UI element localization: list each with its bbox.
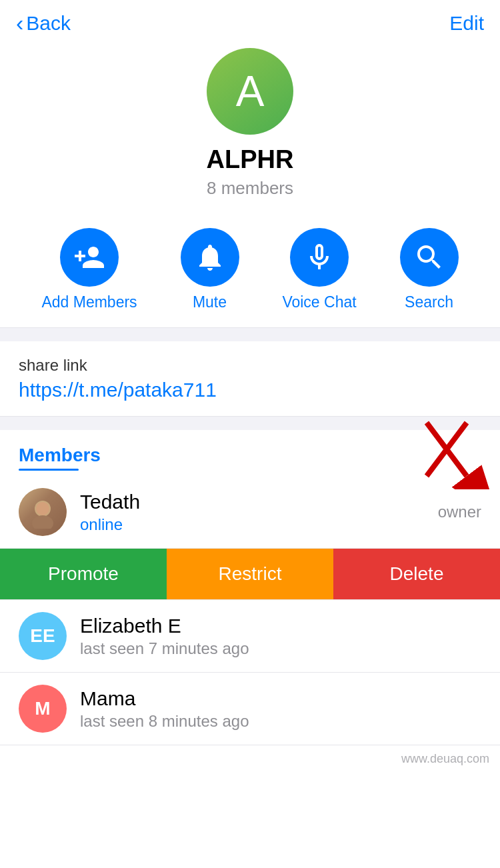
share-link-label: share link xyxy=(19,356,481,375)
group-avatar: A xyxy=(207,48,293,135)
swipe-actions: Promote Restrict Delete xyxy=(0,549,500,600)
add-members-label: Add Members xyxy=(41,293,137,311)
member-row-tedath[interactable]: Tedath online owner xyxy=(0,476,500,549)
avatar-initial: A xyxy=(236,67,265,116)
member-row-elizabeth[interactable]: EE Elizabeth E last seen 7 minutes ago xyxy=(0,600,500,673)
mute-icon-circle xyxy=(181,228,239,287)
microphone-icon xyxy=(303,241,335,273)
chevron-left-icon: ‹ xyxy=(16,11,23,34)
elizabeth-name: Elizabeth E xyxy=(80,615,481,637)
mama-name: Mama xyxy=(80,687,481,710)
add-members-icon-circle xyxy=(60,228,119,287)
tedath-status: online xyxy=(80,515,438,534)
mama-avatar: M xyxy=(19,685,67,733)
search-action[interactable]: Search xyxy=(400,228,459,311)
share-link-section: share link https://t.me/pataka711 xyxy=(0,341,500,417)
tedath-info: Tedath online xyxy=(80,491,438,534)
nav-bar: ‹ Back Edit xyxy=(0,0,500,41)
member-count: 8 members xyxy=(207,178,293,199)
svg-point-4 xyxy=(32,515,53,529)
search-label: Search xyxy=(405,293,453,311)
search-icon xyxy=(413,241,445,273)
member-row-mama[interactable]: M Mama last seen 8 minutes ago xyxy=(0,673,500,745)
profile-section: A ALPHR 8 members xyxy=(0,41,500,215)
voice-chat-icon-circle xyxy=(290,228,349,287)
search-icon-circle xyxy=(400,228,459,287)
members-underline xyxy=(19,469,79,471)
promote-button[interactable]: Promote xyxy=(0,549,167,599)
edit-button[interactable]: Edit xyxy=(449,12,484,35)
actions-row: Add Members Mute Voice Chat Search xyxy=(0,215,500,328)
mute-label: Mute xyxy=(193,293,227,311)
watermark: www.deuaq.com xyxy=(0,745,500,770)
tedath-badge: owner xyxy=(438,503,481,521)
voice-chat-label: Voice Chat xyxy=(282,293,356,311)
members-section: Members Tedath xyxy=(0,430,500,745)
add-person-icon xyxy=(73,241,105,273)
voice-chat-action[interactable]: Voice Chat xyxy=(282,228,356,311)
mama-initial: M xyxy=(35,698,50,719)
section-divider-1 xyxy=(0,328,500,341)
mama-info: Mama last seen 8 minutes ago xyxy=(80,687,481,731)
back-label: Back xyxy=(26,12,71,35)
tedath-avatar xyxy=(19,488,67,536)
mute-action[interactable]: Mute xyxy=(181,228,239,311)
add-members-action[interactable]: Add Members xyxy=(41,228,137,311)
group-name: ALPHR xyxy=(207,145,294,174)
delete-button[interactable]: Delete xyxy=(333,549,500,599)
svg-point-5 xyxy=(36,502,49,515)
share-link-url[interactable]: https://t.me/pataka711 xyxy=(19,379,481,401)
elizabeth-avatar: EE xyxy=(19,612,67,660)
back-button[interactable]: ‹ Back xyxy=(16,12,71,35)
elizabeth-info: Elizabeth E last seen 7 minutes ago xyxy=(80,615,481,658)
watermark-text: www.deuaq.com xyxy=(401,752,489,765)
mama-status: last seen 8 minutes ago xyxy=(80,712,481,731)
restrict-button[interactable]: Restrict xyxy=(167,549,333,599)
arrow-annotation xyxy=(407,416,493,489)
elizabeth-initial: EE xyxy=(30,625,55,647)
tedath-avatar-icon xyxy=(26,495,59,529)
elizabeth-status: last seen 7 minutes ago xyxy=(80,639,481,658)
bell-icon xyxy=(194,241,226,273)
tedath-name: Tedath xyxy=(80,491,438,513)
